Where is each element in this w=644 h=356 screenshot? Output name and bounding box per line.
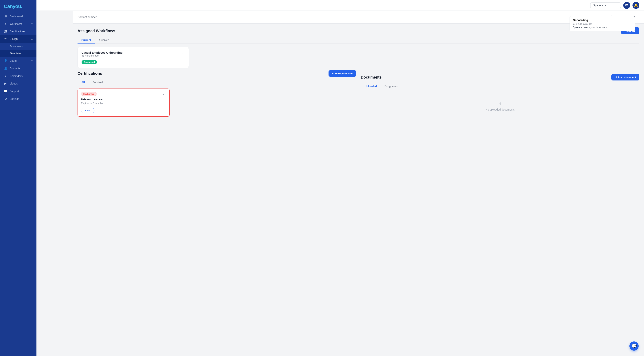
sidebar-item-label: Dashboard — [10, 15, 23, 18]
esign-icon: ✏ — [4, 37, 7, 41]
cert-title: Drivers Licence — [81, 98, 103, 101]
tab-esignature[interactable]: E-signature — [381, 83, 402, 90]
chevron-down-icon: ▾ — [32, 23, 32, 25]
sidebar-item-documents[interactable]: Documents — [0, 43, 36, 50]
content-body: Assigned Workflows Assign Current Archiv… — [73, 23, 644, 356]
sidebar-item-label: Workflows — [10, 22, 22, 25]
certifications-title: Certifications — [78, 71, 102, 76]
sidebar-item-label: Documents — [10, 45, 23, 48]
app-logo: Canyou. — [0, 0, 36, 12]
chat-icon: 💬 — [632, 344, 637, 349]
sidebar-item-label: Users — [10, 59, 17, 62]
users-icon: 👤 — [4, 59, 7, 62]
certifications-section: Certifications Add Requirement All Archi… — [78, 70, 356, 120]
info-icon: ℹ — [499, 102, 501, 107]
cert-options-button[interactable]: ⋮ — [161, 92, 166, 97]
profile-section: Contact number View user profile — [73, 11, 644, 23]
tab-current[interactable]: Current — [78, 37, 95, 44]
chevron-up-icon: ▴ — [32, 38, 32, 40]
tab-cert-archived[interactable]: Archived — [89, 79, 107, 86]
sidebar-item-dashboard[interactable]: ⊞ Dashboard — [0, 12, 36, 20]
contacts-icon: 👤 — [4, 67, 7, 70]
tab-cert-all[interactable]: All — [78, 79, 89, 86]
sidebar-item-label: Contacts — [10, 67, 20, 70]
completed-badge: Completed — [82, 60, 97, 64]
workflow-card: Casual Employee Onboarding 41 minutes ag… — [78, 47, 189, 68]
reminders-icon: 🗓 — [4, 74, 7, 78]
sidebar-item-certifications[interactable]: 🖼 Certifications — [0, 28, 36, 35]
sidebar-item-label: Reminders — [10, 75, 23, 78]
cert-expires: Expires in 6 months — [81, 102, 103, 105]
cert-tabs: All Archived — [78, 79, 356, 86]
sidebar-item-templates[interactable]: Templates — [0, 50, 36, 57]
chevron-down-icon: ▾ — [605, 4, 606, 7]
dashboard-icon: ⊞ — [4, 14, 7, 18]
notification-popup: Onboarding 27-03-24 10:33 pm Space X nee… — [570, 16, 635, 31]
notif-message: Space X needs your input on hh — [573, 26, 632, 29]
wf-title: Casual Employee Onboarding — [82, 51, 122, 54]
notification-button[interactable]: 🔔 — [632, 2, 640, 9]
assigned-workflows-header: Assigned Workflows Assign — [78, 27, 640, 34]
sidebar-item-support[interactable]: 💬 Support — [0, 87, 36, 95]
view-cert-button[interactable]: View — [81, 108, 94, 113]
notif-date: 27-03-24 10:33 pm — [573, 22, 632, 25]
bell-icon: 🔔 — [634, 3, 638, 7]
rejected-badge: REJECTED — [81, 92, 96, 96]
certification-card: REJECTED Drivers Licence Expires in 6 mo… — [78, 89, 170, 117]
cert-card-header: REJECTED Drivers Licence Expires in 6 mo… — [81, 92, 166, 105]
notif-title: Onboarding — [573, 18, 632, 22]
space-selector[interactable]: Space X ▾ — [590, 2, 621, 8]
sidebar-item-label: Settings — [10, 97, 20, 100]
videos-icon: ▶ — [4, 82, 7, 85]
support-icon: 💬 — [4, 89, 7, 93]
sidebar-item-users[interactable]: 👤 Users ▾ — [0, 57, 36, 65]
docs-tabs: Uploaded E-signature — [361, 83, 640, 90]
workflow-options-button[interactable]: ⋮ — [180, 51, 185, 56]
space-selector-label: Space X — [593, 4, 603, 7]
wf-time: 41 minutes ago — [82, 54, 122, 57]
upload-document-button[interactable]: Upload document — [612, 74, 640, 80]
sidebar-item-label: E-Sign — [10, 37, 18, 40]
sidebar-item-label: Certifications — [10, 30, 25, 33]
no-docs-text: No uploaded documents — [486, 108, 515, 111]
contact-label: Contact number — [78, 15, 97, 18]
cert-docs-section: Certifications Add Requirement All Archi… — [78, 70, 640, 120]
certifications-header: Certifications Add Requirement — [78, 70, 356, 77]
topbar: Space X ▾ FJ 🔔 — [36, 0, 644, 11]
main-content: Onboarding 27-03-24 10:33 pm Space X nee… — [73, 11, 644, 356]
sidebar-item-settings[interactable]: ⚙ Settings — [0, 95, 36, 103]
chevron-down-icon: ▾ — [32, 60, 32, 62]
settings-icon: ⚙ — [4, 97, 7, 101]
tab-archived-wf[interactable]: Archived — [95, 37, 113, 44]
sidebar-item-label: Videos — [10, 82, 18, 85]
workflows-icon: ↕ — [4, 22, 7, 25]
avatar[interactable]: FJ — [623, 2, 630, 9]
sidebar-item-videos[interactable]: ▶ Videos — [0, 80, 36, 87]
workflow-tabs: Current Archived — [78, 37, 640, 44]
sidebar-item-label: Support — [10, 90, 19, 93]
chat-fab-button[interactable]: 💬 — [630, 342, 639, 351]
wf-card-header: Casual Employee Onboarding 41 minutes ag… — [82, 51, 185, 57]
add-requirement-button[interactable]: Add Requirement — [328, 70, 356, 77]
certifications-icon: 🖼 — [4, 30, 7, 33]
documents-section: Documents Upload document Uploaded E-sig… — [361, 70, 640, 120]
sidebar-item-contacts[interactable]: 👤 Contacts — [0, 65, 36, 72]
sidebar-item-esign[interactable]: ✏ E-Sign ▴ — [0, 35, 36, 43]
no-documents-message: ℹ No uploaded documents — [361, 92, 640, 120]
documents-title: Documents — [361, 75, 382, 80]
sidebar: Canyou. ⊞ Dashboard ↕ Workflows ▾ 🖼 Cert… — [0, 0, 36, 356]
sidebar-nav: ⊞ Dashboard ↕ Workflows ▾ 🖼 Certificatio… — [0, 12, 36, 356]
sidebar-item-label: Templates — [10, 52, 21, 55]
documents-header: Documents Upload document — [361, 74, 640, 80]
sidebar-item-reminders[interactable]: 🗓 Reminders — [0, 72, 36, 80]
sidebar-item-workflows[interactable]: ↕ Workflows ▾ — [0, 20, 36, 28]
assigned-workflows-title: Assigned Workflows — [78, 29, 115, 33]
tab-uploaded[interactable]: Uploaded — [361, 83, 381, 90]
